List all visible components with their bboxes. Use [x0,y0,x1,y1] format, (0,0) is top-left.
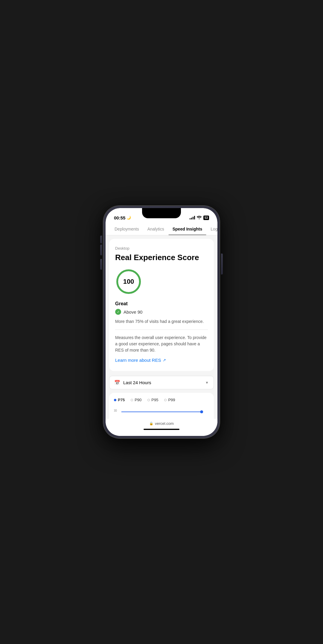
notch [142,208,181,218]
status-right: 53 [190,216,209,220]
check-icon: ✓ [115,309,121,315]
score-circle: 100 [115,268,142,295]
lock-icon: 🔒 [149,422,153,425]
tab-analytics[interactable]: Analytics [143,223,168,235]
measure-desc: Measures the overall user experience. To… [115,335,208,353]
external-link-icon: ↗ [163,358,166,362]
time-label: Last 24 Hours [123,380,202,385]
learn-more-text: Learn more about RES [115,358,161,363]
mute-button[interactable] [100,236,102,243]
url-bar: 🔒 vercel.com [149,421,174,426]
status-check-row: ✓ Above 90 [115,309,208,315]
calendar-icon: 📅 [114,380,120,385]
power-button[interactable] [221,254,223,274]
home-indicator[interactable] [144,429,179,430]
legend-dot-p95 [147,399,150,401]
score-number: 100 [123,278,134,286]
chart-area: 100 90 50 [114,407,209,419]
main-content: Desktop Real Experience Score 100 [106,235,217,419]
tab-speed-insights[interactable]: Speed Insights [168,223,207,235]
time-select-button[interactable]: 📅 Last 24 Hours ▼ [109,376,214,389]
score-circle-container: 100 [115,268,208,295]
battery-level: 53 [205,216,208,219]
chevron-down-icon: ▼ [205,381,209,385]
status-check-text: Above 90 [124,309,142,315]
signal-bar-4 [194,216,195,219]
wifi-icon [197,216,202,220]
time-display: 00:55 [114,215,125,220]
legend-p99[interactable]: P99 [164,398,175,402]
status-bar: 00:55 🌙 [106,208,217,223]
legend-dot-p90 [131,399,133,401]
learn-more-link[interactable]: Learn more about RES ↗ [115,358,208,363]
status-label: Great [115,301,208,306]
battery-indicator: 53 [203,216,209,220]
tab-deployments[interactable]: Deployments [110,223,143,235]
legend-p90[interactable]: P90 [131,398,141,402]
moon-icon: 🌙 [127,216,131,220]
chart-legend: P75 P90 P95 P99 [114,398,209,402]
legend-p95[interactable]: P95 [147,398,158,402]
legend-p75[interactable]: P75 [114,398,125,402]
status-desc: More than 75% of visits had a great expe… [115,318,208,325]
score-card: Desktop Real Experience Score 100 [109,239,214,371]
volume-down-button[interactable] [100,259,102,270]
card-title: Real Experience Score [115,253,208,262]
signal-bars [190,216,195,219]
divider [115,329,208,330]
url-text: vercel.com [155,421,174,426]
chart-svg: 100 90 50 [114,407,209,419]
tab-logs[interactable]: Logs [206,223,217,235]
time-selector: 📅 Last 24 Hours ▼ [109,376,214,389]
svg-text:100: 100 [114,409,117,413]
card-subtitle: Desktop [115,246,208,251]
legend-dot-p99 [164,399,167,401]
svg-point-10 [200,410,203,413]
signal-bar-2 [191,218,192,219]
volume-up-button[interactable] [100,245,102,255]
legend-dot-p75 [114,399,116,401]
signal-bar-1 [190,218,191,219]
status-time: 00:55 🌙 [114,215,131,220]
chart-section: P75 P90 P95 P99 [109,393,214,419]
nav-tabs: Deployments Analytics Speed Insights Log… [106,223,217,235]
bottom-bar: 🔒 vercel.com [106,419,217,436]
signal-bar-3 [193,217,194,219]
